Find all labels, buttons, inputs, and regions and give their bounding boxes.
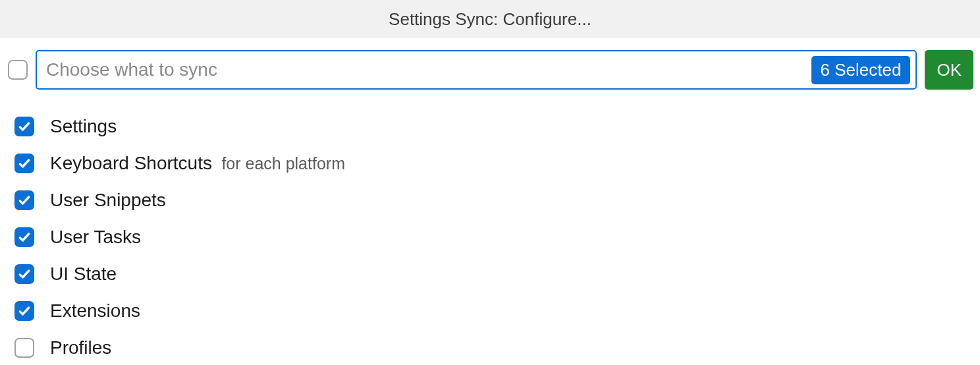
checkbox-icon[interactable] [14,117,34,136]
checkbox-icon[interactable] [14,301,34,321]
dialog-title-text: Settings Sync: Configure... [389,9,591,30]
sync-item-label: User Tasks [50,227,141,248]
sync-item-extensions[interactable]: Extensions [14,293,973,329]
checkbox-icon[interactable] [14,227,34,247]
sync-item-ui-state[interactable]: UI State [14,256,973,293]
select-all-checkbox[interactable] [8,60,28,80]
sync-items-list: Settings Keyboard Shortcuts for each pla… [0,90,980,365]
sync-item-user-snippets[interactable]: User Snippets [14,182,973,219]
filter-input[interactable] [46,59,811,80]
sync-item-label: Extensions [50,300,140,322]
selected-count-badge: 6 Selected [811,56,911,84]
sync-item-label: User Snippets [50,190,166,211]
sync-item-label: Keyboard Shortcuts [50,153,212,173]
sync-item-keyboard-shortcuts[interactable]: Keyboard Shortcuts for each platform [14,145,973,182]
filter-input-container: 6 Selected [36,50,917,90]
sync-item-label: Settings [50,116,117,137]
checkbox-icon[interactable] [14,190,34,210]
sync-item-user-tasks[interactable]: User Tasks [14,219,973,256]
sync-item-profiles[interactable]: Profiles [14,329,973,365]
dialog-title: Settings Sync: Configure... [0,0,980,38]
sync-item-label: UI State [50,264,117,285]
checkbox-icon[interactable] [14,338,34,358]
ok-button[interactable]: OK [925,50,973,90]
checkbox-icon[interactable] [14,264,34,284]
sync-item-label: Profiles [50,337,111,358]
toolbar: 6 Selected OK [0,38,980,90]
sync-item-sublabel: for each platform [221,154,345,173]
sync-item-label-wrap: Keyboard Shortcuts for each platform [50,153,345,174]
sync-item-settings[interactable]: Settings [14,108,973,145]
checkbox-icon[interactable] [14,154,34,173]
